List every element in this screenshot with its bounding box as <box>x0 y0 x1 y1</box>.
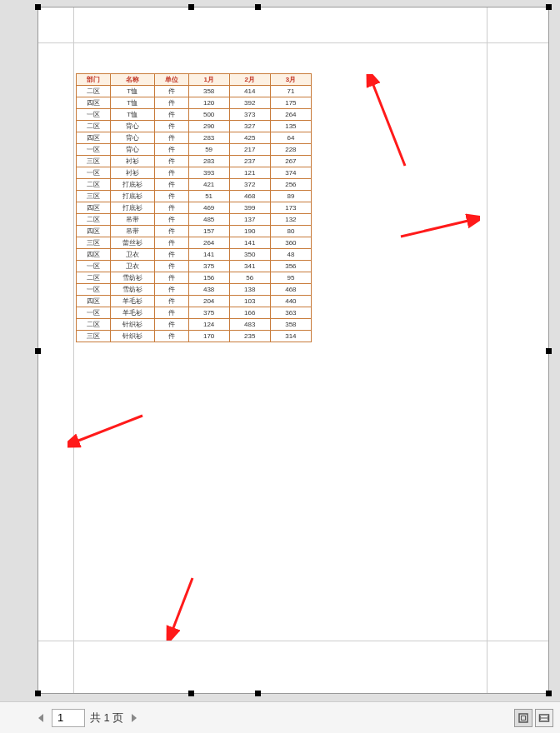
table-row: 一区T恤件500373264 <box>77 109 312 121</box>
cell: 267 <box>270 156 311 167</box>
cell: 背心 <box>110 132 154 144</box>
cell: 440 <box>270 296 311 307</box>
cell: 打底衫 <box>110 191 154 202</box>
resize-handle[interactable] <box>35 691 41 696</box>
table-row: 三区衬衫件283237267 <box>77 156 312 167</box>
cell: 打底衫 <box>110 202 154 214</box>
cell: 175 <box>270 97 311 109</box>
resize-handle[interactable] <box>255 4 261 10</box>
cell: 四区 <box>77 249 111 261</box>
cell: 件 <box>154 121 188 132</box>
table-row: 一区羊毛衫件375166363 <box>77 307 312 319</box>
cell: 71 <box>270 86 311 97</box>
cell: 375 <box>188 261 229 272</box>
cell: 399 <box>229 202 270 214</box>
cell: 件 <box>154 237 188 249</box>
cell: 衬衫 <box>110 167 154 179</box>
resize-handle[interactable] <box>35 4 41 10</box>
cell: 132 <box>270 214 311 226</box>
cell: 一区 <box>77 144 111 156</box>
cell: 89 <box>270 191 311 202</box>
cell: 件 <box>154 167 188 179</box>
cell: 141 <box>229 237 270 249</box>
cell: 190 <box>229 226 270 237</box>
cell: 170 <box>188 331 229 342</box>
col-header: 部门 <box>77 74 111 86</box>
cell: 一区 <box>77 167 111 179</box>
cell: 51 <box>188 191 229 202</box>
prev-page-button[interactable] <box>33 709 48 727</box>
resize-handle[interactable] <box>546 348 552 354</box>
cell: 蕾丝衫 <box>110 237 154 249</box>
cell: 121 <box>229 167 270 179</box>
col-header: 1月 <box>188 74 229 86</box>
cell: 二区 <box>77 272 111 284</box>
cell: 256 <box>270 179 311 191</box>
fit-width-button[interactable] <box>535 709 553 727</box>
table-row: 二区T恤件35841471 <box>77 86 312 97</box>
table-row: 二区吊带件485137132 <box>77 214 312 226</box>
cell: 350 <box>229 249 270 261</box>
cell: 件 <box>154 191 188 202</box>
cell: 吊带 <box>110 214 154 226</box>
cell: 衬衫 <box>110 156 154 167</box>
col-header: 单位 <box>154 74 188 86</box>
resize-handle[interactable] <box>188 691 194 696</box>
cell: 二区 <box>77 179 111 191</box>
cell: 二区 <box>77 214 111 226</box>
cell: 卫衣 <box>110 261 154 272</box>
arrow-annotation <box>355 74 422 170</box>
cell: 件 <box>154 214 188 226</box>
cell: 三区 <box>77 237 111 249</box>
cell: 件 <box>154 226 188 237</box>
cell: 打底衫 <box>110 179 154 191</box>
margin-guide <box>487 7 488 693</box>
cell: 468 <box>270 284 311 296</box>
cell: 156 <box>188 272 229 284</box>
resize-handle[interactable] <box>255 691 261 696</box>
cell: 三区 <box>77 191 111 202</box>
cell: 件 <box>154 261 188 272</box>
cell: 四区 <box>77 202 111 214</box>
cell: 件 <box>154 144 188 156</box>
cell: 358 <box>270 319 311 331</box>
cell: 二区 <box>77 86 111 97</box>
table-row: 三区针织衫件170235314 <box>77 331 312 342</box>
cell: 392 <box>229 97 270 109</box>
cell: 件 <box>154 331 188 342</box>
col-header: 2月 <box>229 74 270 86</box>
page-input[interactable]: 1 <box>52 709 85 727</box>
cell: 103 <box>229 296 270 307</box>
cell: 48 <box>270 249 311 261</box>
table-row: 四区打底衫件469399173 <box>77 202 312 214</box>
cell: 件 <box>154 97 188 109</box>
table-row: 二区背心件290327135 <box>77 121 312 132</box>
cell: 314 <box>270 331 311 342</box>
page-count-label: 共 1 页 <box>90 711 123 726</box>
svg-line-3 <box>172 578 192 632</box>
margin-guide <box>38 42 548 43</box>
cell: 425 <box>229 132 270 144</box>
cell: 204 <box>188 296 229 307</box>
resize-handle[interactable] <box>546 4 552 10</box>
cell: 373 <box>229 109 270 121</box>
resize-handle[interactable] <box>546 691 552 696</box>
table-row: 三区打底衫件5146889 <box>77 191 312 202</box>
cell: 三区 <box>77 156 111 167</box>
cell: 件 <box>154 296 188 307</box>
cell: 三区 <box>77 331 111 342</box>
next-page-button[interactable] <box>127 709 142 727</box>
cell: 327 <box>229 121 270 132</box>
cell: T恤 <box>110 86 154 97</box>
table-row: 一区雪纺衫件438138468 <box>77 284 312 296</box>
cell: 372 <box>229 179 270 191</box>
svg-line-0 <box>372 81 405 166</box>
resize-handle[interactable] <box>188 4 194 10</box>
cell: 283 <box>188 132 229 144</box>
table-row: 三区蕾丝衫件264141360 <box>77 237 312 249</box>
resize-handle[interactable] <box>35 348 41 354</box>
cell: 64 <box>270 132 311 144</box>
cell: T恤 <box>110 109 154 121</box>
fit-page-button[interactable] <box>514 709 532 727</box>
cell: 235 <box>229 331 270 342</box>
